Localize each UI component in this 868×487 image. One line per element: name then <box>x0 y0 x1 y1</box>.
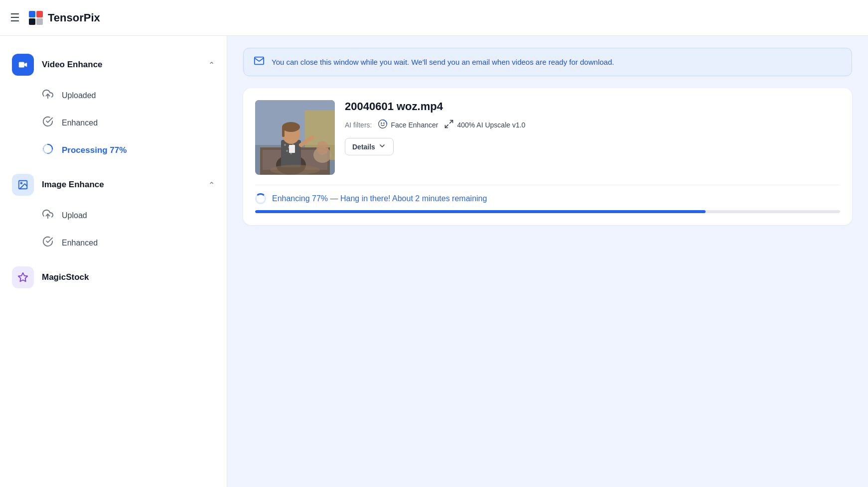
sidebar-section-video-enhance-header[interactable]: Video Enhance ⌃ <box>0 48 227 82</box>
tensorpix-logo-icon <box>28 10 44 26</box>
image-enhance-label: Image Enhance <box>42 180 200 190</box>
sidebar-section-magicstock-header[interactable]: MagicStock <box>0 260 227 294</box>
uploaded-label: Uploaded <box>62 91 96 100</box>
ai-filters-row: AI filters: <box>345 119 840 131</box>
image-upload-label: Upload <box>62 211 87 220</box>
svg-line-33 <box>450 121 453 123</box>
svg-point-23 <box>282 122 300 132</box>
video-enhance-section-icon <box>12 54 34 76</box>
email-icon <box>254 55 265 69</box>
spinner-icon <box>42 143 54 157</box>
face-enhancer-icon <box>378 119 388 131</box>
svg-rect-25 <box>289 145 295 153</box>
video-enhance-chevron-icon: ⌃ <box>208 60 215 70</box>
progress-bar-container <box>255 210 840 213</box>
email-notification-banner: You can close this window while you wait… <box>243 48 852 76</box>
main-layout: Video Enhance ⌃ Uploaded <box>0 36 868 487</box>
sidebar: Video Enhance ⌃ Uploaded <box>0 36 227 487</box>
svg-point-32 <box>384 122 385 124</box>
app-header: ☰ TensorPix <box>0 0 868 36</box>
logo-container: TensorPix <box>28 10 100 26</box>
image-enhance-items: Upload Enhanced <box>0 202 227 256</box>
ai-upscale-filter: 400% AI Upscale v1.0 <box>444 119 525 131</box>
image-enhance-section-icon <box>12 174 34 196</box>
video-filename: 20040601 woz.mp4 <box>345 100 840 113</box>
svg-rect-4 <box>19 62 24 68</box>
details-button-label: Details <box>352 143 375 151</box>
video-enhance-label: Video Enhance <box>42 60 200 70</box>
image-check-circle-icon <box>42 236 54 249</box>
svg-point-20 <box>286 150 288 152</box>
svg-point-17 <box>284 144 286 146</box>
progress-status-text: Enhancing 77% — Hang in there! About 2 m… <box>272 194 487 203</box>
sidebar-item-processing[interactable]: Processing 77% <box>42 136 227 164</box>
sidebar-item-image-upload[interactable]: Upload <box>42 202 227 229</box>
enhanced-label: Enhanced <box>62 119 98 127</box>
svg-line-34 <box>445 125 448 128</box>
sidebar-item-uploaded[interactable]: Uploaded <box>42 82 227 109</box>
sidebar-section-image-enhance: Image Enhance ⌃ Upload <box>0 168 227 256</box>
app-title: TensorPix <box>48 11 100 24</box>
video-card: 20040601 woz.mp4 AI filters: <box>243 88 852 225</box>
details-chevron-icon <box>378 142 386 151</box>
magicstock-section-icon <box>12 266 34 288</box>
check-circle-icon <box>42 116 54 129</box>
sidebar-item-enhanced[interactable]: Enhanced <box>42 109 227 136</box>
sidebar-item-image-enhanced[interactable]: Enhanced <box>42 229 227 256</box>
svg-rect-3 <box>36 18 43 25</box>
magicstock-label: MagicStock <box>42 272 215 282</box>
sidebar-section-magicstock: MagicStock <box>0 260 227 294</box>
video-enhance-items: Uploaded Enhanced <box>0 82 227 164</box>
main-content: You can close this window while you wait… <box>227 36 868 487</box>
ai-upscale-label: 400% AI Upscale v1.0 <box>457 121 525 129</box>
ai-filters-label: AI filters: <box>345 121 372 129</box>
video-card-top: 20040601 woz.mp4 AI filters: <box>255 100 840 175</box>
video-thumbnail <box>255 100 335 175</box>
svg-rect-0 <box>29 11 35 17</box>
upload-cloud-icon <box>42 89 54 102</box>
progress-status-row: Enhancing 77% — Hang in there! About 2 m… <box>255 193 840 204</box>
progress-bar-fill <box>255 210 706 213</box>
face-enhancer-filter: Face Enhancer <box>378 119 438 131</box>
svg-marker-9 <box>18 273 27 281</box>
svg-point-27 <box>270 165 320 175</box>
svg-point-31 <box>381 122 383 124</box>
processing-label: Processing 77% <box>62 145 127 155</box>
video-info: 20040601 woz.mp4 AI filters: <box>345 100 840 155</box>
sidebar-section-image-enhance-header[interactable]: Image Enhance ⌃ <box>0 168 227 202</box>
svg-rect-2 <box>29 18 35 25</box>
details-button[interactable]: Details <box>345 138 394 155</box>
hamburger-menu-button[interactable]: ☰ <box>10 11 20 24</box>
progress-spinner-icon <box>255 193 266 204</box>
svg-point-29 <box>316 141 328 155</box>
progress-section: Enhancing 77% — Hang in there! About 2 m… <box>255 185 840 213</box>
image-upload-cloud-icon <box>42 209 54 222</box>
video-thumbnail-svg <box>255 100 335 175</box>
svg-rect-24 <box>282 127 285 137</box>
image-enhance-chevron-icon: ⌃ <box>208 180 215 190</box>
email-banner-text: You can close this window while you wait… <box>272 58 614 66</box>
sidebar-section-video-enhance: Video Enhance ⌃ Uploaded <box>0 48 227 164</box>
svg-rect-1 <box>36 11 43 17</box>
ai-upscale-icon <box>444 119 454 131</box>
svg-point-7 <box>20 182 22 184</box>
image-enhanced-label: Enhanced <box>62 239 98 247</box>
face-enhancer-label: Face Enhancer <box>391 121 438 129</box>
